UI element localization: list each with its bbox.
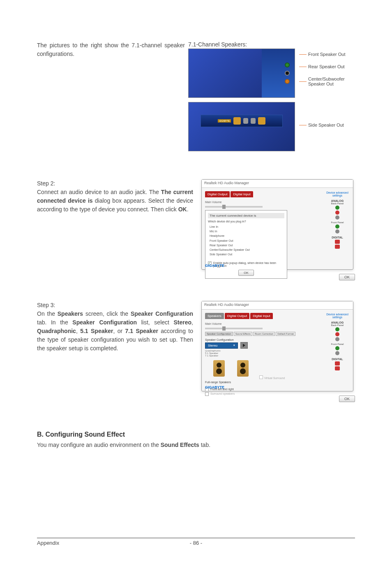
ok-bottom-button[interactable]: OK [339,396,355,402]
step2-title: Step 2: [37,179,193,188]
subtab-speaker-config[interactable]: Speaker Configuration [205,332,233,336]
step3-title: Step 3: [37,301,193,310]
device-option[interactable]: Headphone [210,234,283,238]
subtab-room-correction[interactable]: Room Correction [253,332,275,336]
dialog-step2: Realtek HD Audio Manager Digital Output … [201,179,353,270]
device-option[interactable]: Front Speaker Out [210,238,283,243]
ok-bottom-button[interactable]: OK [339,274,355,280]
anno-rear: Rear Speaker Out [308,64,345,69]
volume-slider[interactable] [205,328,263,329]
anno-center1: Center/Subwoofer [308,76,345,81]
tab-digital-output[interactable]: Digital Output [225,313,249,319]
subtab-default-format[interactable]: Default Format [276,332,295,336]
step3-body: On the Speakers screen, click the Speake… [37,310,193,353]
step2-body: Connect an audio device to an audio jack… [37,188,193,214]
device-option[interactable]: Line In [210,224,283,229]
tab-digital-input[interactable]: Digital Input [231,191,253,197]
device-option[interactable]: Mic In [210,229,283,234]
footer-left: Appendix [37,540,59,546]
intro-text: The pictures to the right show the 7.1-c… [37,41,185,155]
anno-front: Front Speaker Out [308,52,346,57]
play-button[interactable] [240,342,248,349]
surround-checkbox[interactable] [205,392,209,396]
volume-slider[interactable] [205,206,263,208]
section-b-heading: B. Configuring Sound Effect [37,431,355,438]
anno-side: Side Speaker Out [308,123,344,127]
tab-digital-output[interactable]: Digital Output [205,191,230,197]
speaker-config-dropdown[interactable]: Stereo ▾ [205,342,238,349]
footer-page: - 86 - [190,540,202,546]
gigabyte-logo: GIGABYTE [205,264,224,268]
tab-digital-input[interactable]: Digital Input [250,313,272,319]
tab-speakers[interactable]: Speakers [205,313,224,319]
anno-center2: Speaker Out [308,81,334,86]
channel-label: 7.1-Channel Speakers: [188,41,355,48]
device-option[interactable]: Side Speaker Out [210,252,283,257]
dialog-step3: Realtek HD Audio Manager Speakers Digita… [201,301,353,391]
rear-panel-image-1 [188,49,295,98]
section-b-body: You may configure an audio environment o… [37,441,355,449]
rear-panel-image-2: GIGABYTE [188,102,295,151]
connected-device-popup: The current connected device is Which de… [205,210,287,279]
ok-button[interactable]: OK [238,270,254,276]
device-option[interactable]: Rear Speaker Out [210,243,283,248]
gigabyte-logo: GIGABYTE [205,385,224,389]
device-option[interactable]: Center/Subwoofer Speaker Out [210,248,283,252]
subtab-sound-effects[interactable]: Sound Effects [234,332,252,336]
